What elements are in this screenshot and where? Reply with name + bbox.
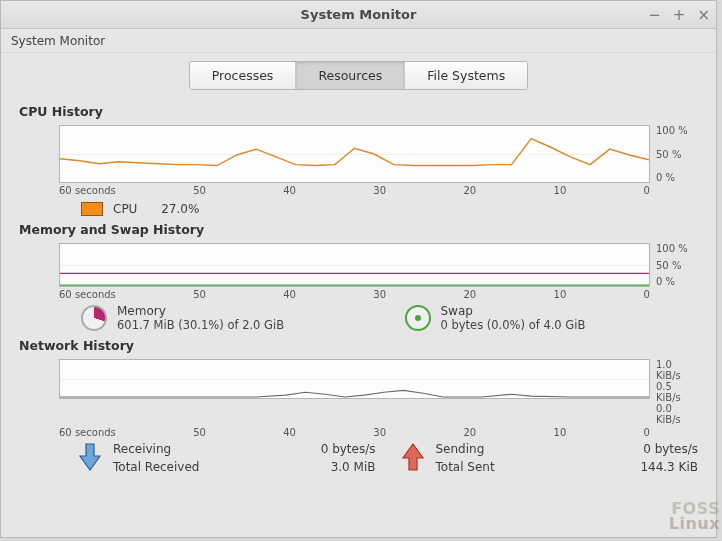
cpu-color-swatch[interactable]	[81, 202, 103, 216]
recv-label: Receiving	[113, 442, 230, 456]
recv-total: 3.0 MiB	[290, 460, 375, 474]
send-label: Sending	[436, 442, 538, 456]
memory-metrics: Memory 601.7 MiB (30.1%) of 2.0 GiB Swap…	[81, 304, 698, 332]
cpu-legend-label: CPU	[113, 202, 137, 216]
minimize-button[interactable]: −	[648, 6, 661, 24]
app-window: System Monitor − + × System Monitor Proc…	[0, 0, 717, 538]
maximize-button[interactable]: +	[673, 6, 686, 24]
send-total-label: Total Sent	[436, 460, 538, 474]
memory-chart-area[interactable]	[59, 243, 650, 287]
memory-y-axis: 100 % 50 % 0 %	[650, 243, 698, 287]
tab-file-systems[interactable]: File Systems	[405, 62, 527, 89]
memory-pie-icon[interactable]	[81, 305, 107, 331]
swap-value: 0 bytes (0.0%) of 4.0 GiB	[441, 318, 586, 332]
memory-line-icon	[60, 244, 649, 286]
network-chart-area[interactable]	[59, 359, 650, 399]
content-area: CPU History 100 % 50 % 0 % 60 seconds 50…	[1, 96, 716, 537]
network-x-axis: 60 seconds 50 40 30 20 10 0	[59, 427, 650, 438]
window-title: System Monitor	[301, 7, 417, 22]
memory-x-axis: 60 seconds 50 40 30 20 10 0	[59, 289, 650, 300]
cpu-line-icon	[60, 126, 649, 182]
cpu-x-axis: 60 seconds 50 40 30 20 10 0	[59, 185, 650, 196]
upload-arrow-icon	[400, 442, 426, 472]
close-button[interactable]: ×	[697, 6, 710, 24]
memory-label: Memory	[117, 304, 284, 318]
cpu-y-axis: 100 % 50 % 0 %	[650, 125, 698, 183]
recv-total-label: Total Received	[113, 460, 230, 474]
swap-label: Swap	[441, 304, 586, 318]
cpu-section-title: CPU History	[19, 104, 698, 119]
menubar: System Monitor	[1, 29, 716, 53]
send-rate: 0 bytes/s	[598, 442, 698, 456]
tab-bar: Processes Resources File Systems	[1, 53, 716, 96]
tab-processes[interactable]: Processes	[190, 62, 297, 89]
cpu-legend-value: 27.0%	[161, 202, 199, 216]
recv-rate: 0 bytes/s	[290, 442, 375, 456]
cpu-chart-area[interactable]	[59, 125, 650, 183]
menu-item-system-monitor[interactable]: System Monitor	[11, 34, 105, 48]
tab-resources[interactable]: Resources	[296, 62, 405, 89]
network-stats: Receiving 0 bytes/s Total Received 3.0 M…	[77, 442, 698, 474]
cpu-legend: CPU 27.0%	[81, 202, 698, 216]
memory-section-title: Memory and Swap History	[19, 222, 698, 237]
send-total: 144.3 KiB	[598, 460, 698, 474]
network-y-axis: 1.0 KiB/s 0.5 KiB/s 0.0 KiB/s	[650, 359, 698, 425]
memory-chart: 100 % 50 % 0 %	[59, 243, 698, 287]
swap-pie-icon[interactable]	[405, 305, 431, 331]
window-controls: − + ×	[648, 6, 710, 24]
download-arrow-icon	[77, 442, 103, 472]
memory-value: 601.7 MiB (30.1%) of 2.0 GiB	[117, 318, 284, 332]
cpu-chart: 100 % 50 % 0 %	[59, 125, 698, 183]
network-line-icon	[60, 360, 649, 398]
network-section-title: Network History	[19, 338, 698, 353]
network-chart: 1.0 KiB/s 0.5 KiB/s 0.0 KiB/s	[59, 359, 698, 425]
titlebar[interactable]: System Monitor − + ×	[1, 1, 716, 29]
